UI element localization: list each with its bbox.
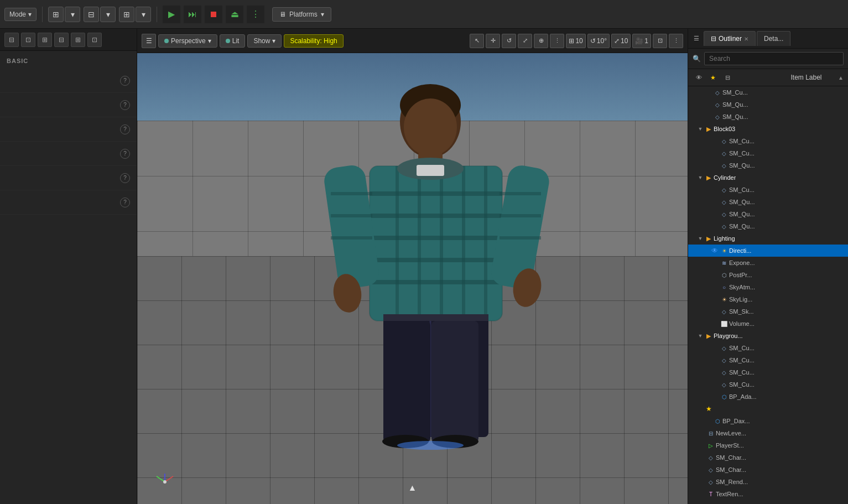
translate-tool-button[interactable]: ✛ [486, 34, 500, 48]
list-item-smram[interactable]: ◇ SM_Ram... [688, 500, 848, 504]
shapes-button[interactable]: ⊞ [38, 33, 52, 47]
eye-icon[interactable] [704, 88, 712, 97]
eye-icon[interactable] [697, 453, 706, 462]
eye-icon[interactable] [710, 295, 719, 304]
list-item-postprocess[interactable]: ⬡ PostPr... [688, 269, 848, 281]
grid-size-control[interactable]: ⊞ 10 [566, 34, 585, 48]
eye-icon[interactable] [710, 344, 719, 352]
list-item-playerstart[interactable]: ▷ PlayerSt... [688, 439, 848, 451]
list-item-directional-light[interactable]: 👁 ☀ Directi... [688, 245, 848, 257]
list-item-smchar1[interactable]: ◇ SM_Char... [688, 451, 848, 464]
eye-icon[interactable] [710, 137, 719, 146]
eye-icon[interactable] [697, 502, 706, 504]
platforms-button[interactable]: 🖥 Platforms ▾ [272, 7, 331, 22]
list-item[interactable]: ◇ SM_Qu... [688, 98, 848, 111]
list-item[interactable]: ◇ SM_Qu... [688, 196, 848, 208]
list-item-smrend[interactable]: ◇ SM_Rend... [688, 476, 848, 488]
eye-icon[interactable] [710, 380, 719, 389]
list-item[interactable]: ◇ SM_Cu... [688, 147, 848, 159]
cinematic-button[interactable]: ⊞ [71, 33, 85, 47]
folder-expand-icon[interactable]: ▼ [697, 235, 704, 242]
search-input[interactable] [704, 52, 844, 65]
outliner-tab[interactable]: ⊟ Outliner ✕ [704, 31, 756, 46]
scalability-button[interactable]: Scalability: High [284, 34, 343, 48]
scale-size-control[interactable]: ⤢ 10 [611, 34, 631, 48]
snap-toggle-button[interactable]: ⋮ [550, 34, 564, 48]
folder-expand-icon[interactable]: ▼ [697, 126, 704, 132]
list-item-folder-block03[interactable]: ▼ ▶ Block03 [688, 123, 848, 135]
eye-icon[interactable] [697, 477, 706, 486]
eye-icon[interactable] [710, 283, 719, 292]
visibility-filter-icon[interactable]: 👁 [693, 71, 705, 84]
eye-icon[interactable] [704, 417, 712, 425]
list-item[interactable]: ◇ SM_Qu... [688, 220, 848, 232]
more-button[interactable]: ⋮ [247, 6, 264, 23]
eye-icon[interactable] [697, 441, 706, 450]
add-actor-button[interactable]: ⊞ [48, 7, 64, 22]
info-icon-2[interactable]: ? [120, 100, 130, 110]
add-actor-chevron[interactable]: ▾ [65, 7, 80, 22]
eject-button[interactable]: ⏏ [226, 6, 243, 23]
mode-selector[interactable]: Mode ▾ [4, 8, 37, 21]
snap-button[interactable]: ⊟ [84, 7, 99, 22]
eye-icon[interactable]: 👁 [710, 246, 719, 255]
place-mode-button[interactable]: ⊟ [4, 33, 19, 47]
info-icon-3[interactable]: ? [120, 124, 130, 134]
list-item[interactable]: ◇ SM_Cu... [688, 354, 848, 366]
select-tool-button[interactable]: ↖ [470, 34, 484, 48]
play-button[interactable]: ▶ [163, 6, 180, 23]
scale-tool-button[interactable]: ⤢ [518, 34, 532, 48]
recently-placed-button[interactable]: ⊡ [21, 33, 35, 47]
eye-icon[interactable] [710, 198, 719, 206]
details-tab[interactable]: Deta... [757, 31, 790, 46]
eye-icon[interactable] [697, 429, 706, 438]
eye-icon[interactable] [704, 112, 712, 121]
list-item-folder-cylinder[interactable]: ▼ ▶ Cylinder [688, 172, 848, 184]
rotation-size-control[interactable]: ↺ 10° [587, 34, 610, 48]
folder-expand-icon[interactable]: ▼ [697, 174, 704, 181]
lights-button[interactable]: ⊟ [54, 33, 69, 47]
list-item[interactable]: ◇ SM_Qu... [688, 111, 848, 123]
eye-icon[interactable] [710, 319, 719, 328]
rotate-tool-button[interactable]: ↺ [502, 34, 516, 48]
camera-speed-control[interactable]: 🎥 1 [632, 34, 651, 48]
eye-icon[interactable] [704, 100, 712, 109]
viewport-hamburger-button[interactable]: ☰ [142, 34, 156, 48]
maximize-viewport-button[interactable]: ⊡ [653, 34, 667, 48]
eye-icon[interactable] [710, 307, 719, 316]
info-icon-4[interactable]: ? [120, 149, 130, 159]
eye-icon[interactable] [710, 210, 719, 219]
eye-icon[interactable] [710, 149, 719, 158]
viewport[interactable]: ☰ Perspective ▾ Lit Show ▾ Scalability: … [137, 29, 688, 504]
list-item-volume[interactable]: ⬜ Volume... [688, 318, 848, 330]
eye-icon[interactable] [710, 161, 719, 170]
info-icon-6[interactable]: ? [120, 198, 130, 207]
build-button[interactable]: ⊞ [119, 7, 134, 22]
stop-button[interactable]: ⏹ [205, 6, 222, 23]
folder-expand-icon[interactable]: ▼ [697, 332, 704, 339]
lit-button[interactable]: Lit [220, 34, 246, 48]
list-item-newlevel[interactable]: ⊟ NewLeve... [688, 427, 848, 439]
show-button[interactable]: Show ▾ [247, 34, 282, 48]
step-button[interactable]: ⏭ [184, 6, 201, 23]
star-filter-icon[interactable]: ★ [707, 71, 719, 84]
list-item-smchar2[interactable]: ◇ SM_Char... [688, 464, 848, 476]
list-item[interactable]: ◇ SM_Cu... [688, 86, 848, 98]
list-item-skylight[interactable]: ☀ SkyLig... [688, 293, 848, 305]
list-item[interactable]: ◇ SM_Qu... [688, 208, 848, 220]
outliner-tab-close[interactable]: ✕ [744, 36, 748, 42]
world-grid-button[interactable]: ⊕ [534, 34, 548, 48]
eye-icon[interactable] [697, 490, 706, 498]
eye-icon[interactable] [710, 356, 719, 365]
eye-icon[interactable] [710, 222, 719, 231]
eye-icon[interactable] [710, 392, 719, 401]
list-item-textren[interactable]: T TextRen... [688, 488, 848, 500]
list-item-exponential[interactable]: ≋ Expone... [688, 257, 848, 269]
eye-icon[interactable] [697, 465, 706, 474]
info-icon-5[interactable]: ? [120, 173, 130, 183]
build-chevron[interactable]: ▾ [136, 7, 151, 22]
snap-chevron[interactable]: ▾ [100, 7, 116, 22]
list-item[interactable]: ◇ SM_Cu... [688, 342, 848, 354]
list-item[interactable]: ◇ SM_Cu... [688, 378, 848, 391]
eye-icon[interactable] [710, 271, 719, 279]
